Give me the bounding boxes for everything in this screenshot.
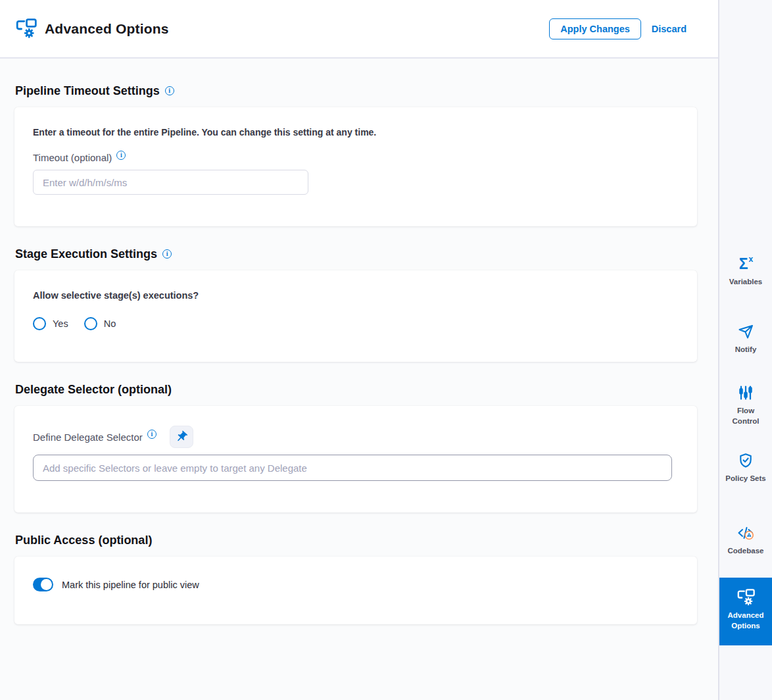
info-icon[interactable] (162, 249, 172, 259)
radio-option-no[interactable]: No (84, 317, 116, 330)
sidebar-item-label: Advanced Options (725, 611, 766, 631)
public-view-toggle-label: Mark this pipeline for public view (62, 580, 199, 590)
timeout-field-label-text: Timeout (optional) (33, 152, 112, 163)
radio-no-circle[interactable] (84, 317, 97, 330)
radio-yes-circle[interactable] (33, 317, 46, 330)
panel-header: Advanced Options Apply Changes Discard (0, 0, 718, 59)
sidebar-item-policy-sets[interactable]: Policy Sets (719, 452, 772, 484)
delegate-label-row: Define Delegate Selector (33, 426, 679, 448)
pipeline-gear-icon (15, 18, 37, 39)
sidebar-item-label: Codebase (728, 546, 764, 557)
info-icon[interactable] (147, 430, 157, 439)
timeout-section-heading: Pipeline Timeout Settings (15, 84, 697, 98)
public-access-section-heading: Public Access (optional) (15, 534, 697, 547)
sidebar-item-notify[interactable]: Notify (719, 323, 772, 355)
pushpin-icon (175, 430, 188, 443)
delegate-field-label-text: Define Delegate Selector (33, 432, 143, 443)
sidebar-item-advanced-options[interactable]: Advanced Options (719, 578, 772, 645)
radio-option-yes[interactable]: Yes (33, 317, 68, 330)
shield-check-icon (738, 452, 754, 469)
timeout-field-label: Timeout (optional) (33, 152, 679, 163)
advanced-options-content: Pipeline Timeout Settings Enter a timeou… (0, 59, 718, 700)
info-icon[interactable] (165, 86, 174, 95)
apply-changes-button[interactable]: Apply Changes (549, 18, 641, 39)
stage-execution-heading-text: Stage Execution Settings (15, 247, 157, 261)
main-panel: Advanced Options Apply Changes Discard P… (0, 0, 718, 700)
paper-plane-icon (738, 323, 754, 340)
sidebar-item-codebase[interactable]: Codebase (719, 524, 772, 557)
public-view-toggle-row: Mark this pipeline for public view (33, 578, 679, 591)
info-icon[interactable] (116, 151, 126, 160)
sliders-icon (738, 384, 754, 401)
code-warning-icon (737, 524, 754, 541)
stage-execution-card: Allow selective stage(s) executions? Yes… (14, 270, 697, 362)
page-title: Advanced Options (45, 21, 169, 37)
discard-button[interactable]: Discard (652, 24, 687, 34)
selective-stage-question: Allow selective stage(s) executions? (33, 290, 679, 301)
sidebar-item-label: Policy Sets (725, 474, 765, 484)
delegate-selector-input[interactable] (33, 455, 672, 481)
stage-execution-section-heading: Stage Execution Settings (15, 247, 697, 261)
sidebar-item-label: Notify (735, 345, 757, 355)
sidebar-item-label: Flow Control (725, 406, 766, 426)
delegate-heading-text: Delegate Selector (optional) (15, 383, 172, 397)
public-access-card: Mark this pipeline for public view (14, 557, 697, 624)
public-access-heading-text: Public Access (optional) (15, 534, 152, 547)
sidebar-item-flow-control[interactable]: Flow Control (719, 384, 772, 426)
toggle-knob (41, 579, 52, 590)
timeout-description: Enter a timeout for the entire Pipeline.… (33, 127, 679, 138)
radio-yes-label: Yes (53, 318, 68, 329)
delegate-field-label: Define Delegate Selector (33, 432, 157, 443)
public-view-toggle[interactable] (33, 578, 53, 591)
pipeline-gear-icon (736, 589, 756, 606)
sidebar-item-variables[interactable]: Σx Variables (719, 255, 772, 288)
pin-button[interactable] (170, 426, 193, 448)
right-sidebar: Σx Variables Notify (718, 0, 772, 700)
selective-stage-radio-group: Yes No (33, 317, 679, 330)
timeout-input[interactable] (33, 170, 308, 195)
sidebar-item-label: Variables (729, 277, 763, 288)
timeout-card: Enter a timeout for the entire Pipeline.… (14, 107, 697, 226)
delegate-section-heading: Delegate Selector (optional) (15, 383, 697, 397)
delegate-card: Define Delegate Selector (14, 406, 697, 512)
radio-no-label: No (104, 318, 116, 329)
sigma-x-icon: Σx (739, 255, 753, 272)
timeout-heading-text: Pipeline Timeout Settings (15, 84, 160, 98)
